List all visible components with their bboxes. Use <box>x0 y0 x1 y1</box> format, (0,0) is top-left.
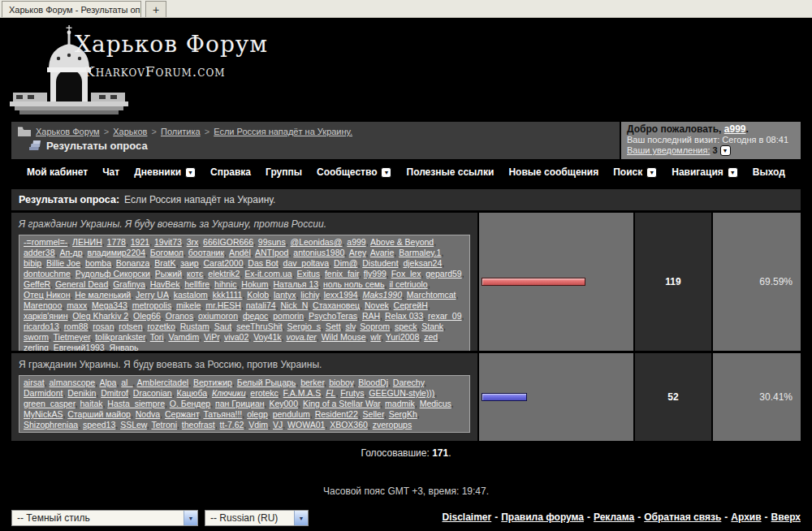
nav-item-справка[interactable]: Справка <box>210 166 251 178</box>
voter-link[interactable]: -=rommel=- <box>24 237 67 247</box>
nav-item-навигация[interactable]: Навигация <box>672 166 738 178</box>
voter-link[interactable]: rom88 <box>64 322 89 331</box>
voter-link[interactable]: Nick_N <box>280 300 308 310</box>
voter-link[interactable]: Евгений1993 <box>54 343 105 351</box>
voter-link[interactable]: natali74 <box>246 300 276 310</box>
voter-link[interactable]: Dim@ <box>334 258 357 268</box>
voter-link[interactable]: Draconian <box>133 388 172 398</box>
voter-link[interactable]: Рыжий <box>155 269 182 278</box>
nav-item-поиск[interactable]: Поиск <box>613 166 657 178</box>
voter-link[interactable]: 1778 <box>107 237 126 247</box>
voter-link[interactable]: Татьяна!!! <box>203 409 242 419</box>
voter-link[interactable]: pomorin <box>273 311 304 321</box>
footer-link[interactable]: Реклама <box>594 512 634 523</box>
voter-link[interactable]: pendulum <box>273 409 310 419</box>
voter-link[interactable]: Darechy <box>393 378 424 387</box>
voter-link[interactable]: Stank <box>421 322 443 331</box>
voter-link[interactable]: владимир2204 <box>87 248 145 257</box>
voter-link[interactable]: zed <box>424 332 438 342</box>
voter-link[interactable]: Кацюба <box>177 388 207 398</box>
voter-link[interactable]: Relax 033 <box>385 311 423 321</box>
voter-link[interactable]: Oleg Kharkiv 2 <box>72 311 128 321</box>
style-select[interactable]: -- Темный стиль <box>11 510 198 526</box>
voter-link[interactable]: RAH <box>362 311 380 321</box>
voter-link[interactable]: Jerry UA <box>136 290 169 300</box>
voter-link[interactable]: al_ <box>121 378 132 387</box>
voter-link[interactable]: федос <box>243 311 268 321</box>
voter-link[interactable]: Отец Никон <box>24 290 70 300</box>
voter-link[interactable]: Yuri2008 <box>386 332 419 342</box>
voter-link[interactable]: 666IGOR666 <box>203 237 253 247</box>
voter-link[interactable]: Rustam <box>180 322 209 331</box>
voter-link[interactable]: Hokum <box>241 279 268 289</box>
voter-link[interactable]: HavBek <box>150 279 180 289</box>
voter-link[interactable]: erotekc <box>250 388 278 398</box>
voter-link[interactable]: Soprom <box>360 322 390 331</box>
voter-link[interactable]: @Leonidas@ <box>291 237 343 247</box>
voter-link[interactable]: Рудольф Сикорски <box>76 269 150 278</box>
voter-link[interactable]: XBOX360 <box>330 420 368 430</box>
voter-link[interactable]: 3rx <box>187 237 199 247</box>
voter-link[interactable]: vova.ter <box>286 332 316 342</box>
voter-link[interactable]: Medicus <box>420 399 451 408</box>
browser-tab[interactable]: Харьков Форум - Результаты опр... <box>2 1 141 17</box>
voter-link[interactable]: tt-7.62 <box>220 420 244 430</box>
voter-link[interactable]: 19vit73 <box>154 237 182 247</box>
voter-link[interactable]: Январь <box>110 343 139 351</box>
nav-item-мой-кабинет[interactable]: Мой кабинет <box>27 166 88 178</box>
voter-link[interactable]: rozetko <box>147 322 175 331</box>
voter-link[interactable]: hihnic <box>214 279 236 289</box>
voter-link[interactable]: zerling <box>24 343 49 351</box>
voter-link[interactable]: General Dead <box>55 279 108 289</box>
voter-link[interactable]: SergKh <box>389 409 417 419</box>
voter-link[interactable]: mikele <box>176 300 201 310</box>
voter-link[interactable]: Tetroni <box>151 420 177 430</box>
voter-link[interactable]: King of a Stellar War <box>303 399 380 408</box>
voter-link[interactable]: sworm <box>24 332 49 342</box>
voter-link[interactable]: Seller <box>363 409 384 419</box>
voter-link[interactable]: ANTIpod <box>255 248 288 257</box>
breadcrumb-link[interactable]: Политика <box>161 127 201 136</box>
breadcrumb-link[interactable]: Если Россия нападёт на Украину. <box>214 127 352 136</box>
voter-link[interactable]: fly999 <box>364 269 387 278</box>
voter-link[interactable]: tolikprankster <box>95 332 145 342</box>
voter-link[interactable]: wlr <box>370 332 381 342</box>
notifications-link[interactable]: Ваши уведомления: <box>627 145 710 156</box>
voter-link[interactable]: Denikin <box>67 388 96 398</box>
voter-link[interactable]: Voy41k <box>253 332 281 342</box>
voter-link[interactable]: Белый Рыцарь <box>237 378 296 387</box>
voter-link[interactable]: Ап-др <box>59 248 82 257</box>
voter-link[interactable]: СергейН <box>394 300 428 310</box>
voter-link[interactable]: speck <box>395 322 417 331</box>
voter-link[interactable]: ViPr <box>204 332 219 342</box>
voter-link[interactable]: Sett <box>326 322 341 331</box>
voter-link[interactable]: Frutys <box>340 388 364 398</box>
footer-link[interactable]: Вверх <box>771 512 801 523</box>
voter-link[interactable]: djeksan24 <box>403 258 442 268</box>
nav-item-группы[interactable]: Группы <box>266 166 302 178</box>
voter-link[interactable]: theofrast <box>182 420 215 430</box>
voter-link[interactable]: lantyx <box>274 290 296 300</box>
footer-link[interactable]: Архив <box>731 512 761 523</box>
voter-link[interactable]: Dmitrof <box>101 388 128 398</box>
voter-link[interactable]: PsychoTeras <box>309 311 357 321</box>
voter-link[interactable]: rotsen <box>119 322 142 331</box>
voter-link[interactable]: Marchtomcat <box>407 290 456 300</box>
voter-link[interactable]: adder38 <box>24 248 55 257</box>
voter-link[interactable]: Tietmeyer <box>54 332 91 342</box>
voter-link[interactable]: airsat <box>24 378 45 387</box>
voter-link[interactable]: a999 <box>347 237 365 247</box>
voter-link[interactable]: antonius1980 <box>293 248 344 257</box>
voter-link[interactable]: Anděl <box>229 248 251 257</box>
voter-link[interactable]: Вертижир <box>193 378 232 387</box>
voter-link[interactable]: Не маленький <box>75 290 131 300</box>
voter-link[interactable]: Bonanza <box>116 258 149 268</box>
language-select-arrow-icon[interactable] <box>294 511 308 525</box>
voter-link[interactable]: Resident22 <box>315 409 358 419</box>
voter-link[interactable]: Barmaley.1 <box>399 248 441 257</box>
voter-link[interactable]: Hasta_siempre <box>107 399 165 408</box>
voter-link[interactable]: Vamdim <box>168 332 199 342</box>
voter-link[interactable]: Das Bot <box>248 258 278 268</box>
voter-link[interactable]: Fox_lex <box>391 269 421 278</box>
voter-link[interactable]: Oranos <box>166 311 193 321</box>
